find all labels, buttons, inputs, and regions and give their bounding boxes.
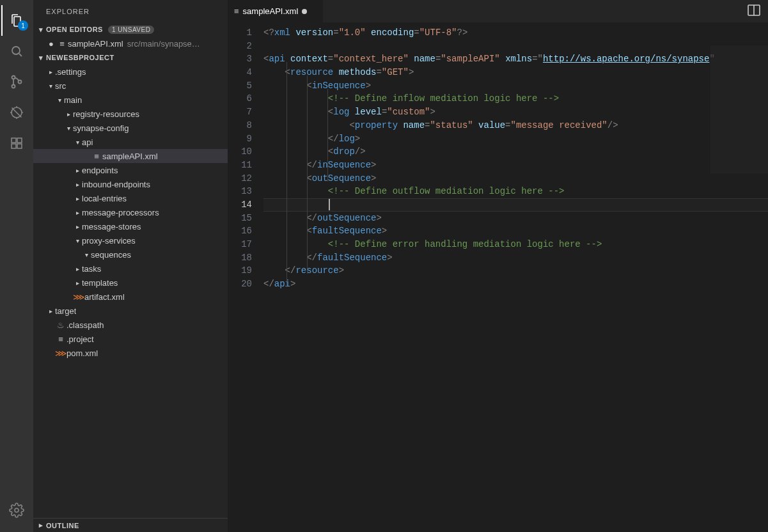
tree-item-label: proxy-services [82,236,136,246]
tree-item-label: registry-resources [73,109,139,119]
tree-item[interactable]: ▸.settings [33,65,228,79]
file-icon: ≡ [55,334,67,344]
tab-actions [740,0,768,22]
section-outline-title: Outline [46,522,79,529]
svg-point-1 [12,76,15,79]
twistie-icon: ▾ [55,97,64,104]
twistie-icon: ▾ [82,251,91,258]
tree-item[interactable]: ▾api [33,135,228,149]
tree-item-label: target [55,306,76,316]
section-open-editors[interactable]: ▾ Open Editors 1 unsaved [33,22,228,36]
twistie-icon: ▾ [73,139,82,146]
tree-item[interactable]: ▸registry-resources [33,107,228,121]
minimap[interactable] [710,45,768,173]
source-control-icon[interactable] [1,66,32,97]
section-project-title: NEWESBPROJECT [46,54,114,61]
file-tree: ▸.settings▾src▾main▸registry-resources▾s… [33,65,228,360]
file-icon: ≡ [234,6,239,16]
tree-item[interactable]: ≡sampleAPI.xml [33,149,228,163]
text-cursor [329,199,330,210]
tree-item[interactable]: ▸message-processors [33,205,228,219]
file-icon: ♨ [55,320,67,330]
dirty-dot-icon: ● [46,39,56,49]
open-editor-item[interactable]: ●≡sampleAPI.xmlsrc/main/synapse… [33,36,228,51]
chevron-down-icon: ▾ [36,26,46,34]
tree-item[interactable]: ▸message-stores [33,219,228,233]
chevron-down-icon: ▾ [36,54,46,62]
tree-item-label: main [64,95,82,105]
tree-item-label: artifact.xml [84,292,125,302]
twistie-icon: ▾ [64,125,73,132]
twistie-icon: ▸ [64,111,73,118]
twistie-icon: ▸ [46,68,55,75]
open-editors-list: ●≡sampleAPI.xmlsrc/main/synapse… [33,36,228,51]
file-icon: ⋙ [73,292,84,302]
tree-item-label: .settings [55,67,86,77]
twistie-icon: ▸ [46,308,55,315]
code-editor[interactable]: 1234567891011121314151617181920 <?xml ve… [228,22,768,532]
svg-rect-6 [12,144,16,148]
settings-gear-icon[interactable] [1,495,32,526]
extensions-icon[interactable] [1,128,32,159]
tree-item[interactable]: ▾sequences [33,247,228,262]
sidebar: Explorer ▾ Open Editors 1 unsaved ●≡samp… [33,0,228,532]
section-project[interactable]: ▾ NEWESBPROJECT [33,51,228,65]
tree-item-label: src [55,81,66,91]
chevron-right-icon: ▸ [36,521,46,529]
twistie-icon: ▸ [73,181,82,188]
svg-rect-5 [12,138,16,143]
file-icon: ⋙ [55,348,67,358]
tab-bar: ≡ sampleAPI.xml [228,0,768,22]
twistie-icon: ▸ [73,265,82,272]
svg-point-0 [12,47,20,54]
search-icon[interactable] [1,36,32,66]
tree-item[interactable]: ▸inbound-endpoints [33,177,228,191]
tree-item-label: synapse-config [73,123,129,133]
tree-item[interactable]: ▸templates [33,276,228,290]
tree-item[interactable]: ▸local-entries [33,191,228,205]
section-outline[interactable]: ▸ Outline [33,518,228,532]
tree-item[interactable]: ▸tasks [33,262,228,276]
tree-item-label: pom.xml [67,348,98,358]
svg-rect-7 [17,144,22,148]
editor-area: ≡ sampleAPI.xml 123456789101112131415161… [228,0,768,532]
svg-rect-8 [17,138,22,143]
tree-item[interactable]: ≡.project [33,332,228,346]
tree-item-label: .project [67,334,94,344]
debug-icon[interactable] [1,97,32,128]
tab-sampleapi[interactable]: ≡ sampleAPI.xml [228,0,324,22]
section-open-editors-title: Open Editors [46,26,103,33]
tree-item[interactable]: ▾src [33,79,228,93]
tree-item-label: local-entries [82,194,127,203]
tree-item-label: endpoints [82,166,118,175]
tree-item[interactable]: ▾main [33,93,228,107]
file-icon: ≡ [56,39,68,49]
tree-item-label: sampleAPI.xml [102,152,158,161]
tree-item-label: api [82,137,93,147]
open-editor-label: sampleAPI.xml [68,39,123,49]
twistie-icon: ▾ [73,237,82,244]
file-icon: ≡ [91,152,102,161]
twistie-icon: ▸ [73,223,82,230]
twistie-icon: ▸ [73,209,82,216]
code-content[interactable]: <?xml version="1.0" encoding="UTF-8"?><a… [263,22,768,532]
line-number-gutter: 1234567891011121314151617181920 [228,22,263,532]
explorer-icon[interactable]: 1 [1,5,32,36]
activity-bar: 1 [0,0,33,532]
tree-item-label: tasks [82,264,101,274]
open-editor-desc: src/main/synapse… [127,39,200,49]
twistie-icon: ▸ [73,167,82,174]
tree-item[interactable]: ⋙artifact.xml [33,290,228,304]
split-editor-icon[interactable] [746,3,762,20]
tree-item[interactable]: ▾proxy-services [33,233,228,247]
tab-label: sampleAPI.xml [243,6,299,16]
twistie-icon: ▸ [73,279,82,286]
tree-item[interactable]: ⋙pom.xml [33,346,228,360]
explorer-badge: 1 [18,20,28,31]
tree-item[interactable]: ▸target [33,304,228,318]
tree-item[interactable]: ♨.classpath [33,318,228,332]
sidebar-title: Explorer [33,0,228,22]
tree-item-label: inbound-endpoints [82,180,150,189]
tree-item[interactable]: ▸endpoints [33,163,228,177]
tree-item[interactable]: ▾synapse-config [33,121,228,135]
